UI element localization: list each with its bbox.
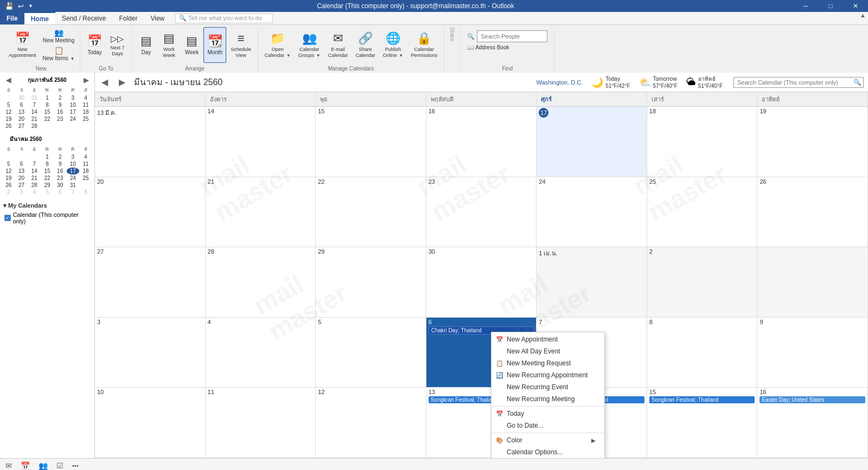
tab-view[interactable]: View bbox=[144, 12, 171, 24]
customize-qat-icon[interactable]: ▼ bbox=[27, 3, 35, 9]
cal-cell-apr4[interactable]: 4 bbox=[206, 318, 316, 388]
cal-cell-apr16[interactable]: 16 Easter Day; United States bbox=[757, 388, 868, 458]
cal-day-num-apr2: 2 bbox=[649, 248, 755, 255]
mini-cal-prev-button[interactable]: ◀ bbox=[4, 76, 12, 84]
cal-cell-apr11[interactable]: 11 bbox=[206, 388, 316, 458]
cal-nav-next[interactable]: ▶ bbox=[117, 77, 127, 87]
mini-cal-next-button[interactable]: ▶ bbox=[82, 76, 90, 84]
cal-cell-mar19[interactable]: 19 bbox=[757, 107, 868, 177]
cal-cell-mar22[interactable]: 22 bbox=[316, 177, 426, 247]
cal-cell-empty[interactable] bbox=[757, 247, 868, 317]
ctx-new-meeting-request[interactable]: 📋 New Meeting Request bbox=[492, 357, 604, 369]
open-calendar-button[interactable]: 📁 OpenCalendar ▼ bbox=[261, 27, 294, 63]
next7-button[interactable]: ▷▷ Next 7Days bbox=[106, 27, 128, 63]
ctx-today[interactable]: 📅 Today bbox=[492, 408, 604, 420]
nav-people-icon[interactable]: 👥 bbox=[35, 460, 51, 470]
new-items-button[interactable]: 📋 New Items ▼ bbox=[41, 45, 77, 62]
nav-calendar-icon[interactable]: 📅 bbox=[17, 460, 33, 470]
cal-cell-apr12[interactable]: 12 bbox=[316, 388, 426, 458]
tab-folder[interactable]: Folder bbox=[112, 12, 144, 24]
cal-cell-mar18[interactable]: 18 bbox=[647, 107, 758, 177]
calendar-item-computer-only[interactable]: ✓ Calendar (This computer only) bbox=[2, 210, 92, 226]
cal-cell-mar20[interactable]: 20 bbox=[95, 177, 206, 247]
maximize-button[interactable]: □ bbox=[818, 0, 843, 12]
cal-cell-mar14[interactable]: 14 bbox=[206, 107, 316, 177]
collapse-ribbon-button[interactable]: ▲ bbox=[858, 12, 868, 24]
cal-event-songkran-15[interactable]: Songkran Festival; Thailand bbox=[649, 396, 755, 403]
cal-day-num-apr3: 3 bbox=[97, 319, 203, 325]
cal-cell-mar24[interactable]: 24 bbox=[537, 177, 647, 247]
week-button[interactable]: ▤ Week bbox=[181, 27, 202, 63]
day-button[interactable]: ▤ Day bbox=[135, 27, 157, 63]
ribbon-group-find-items: 🔍 📖 Address Book bbox=[464, 27, 551, 66]
cal-cell-mar17[interactable]: 17 bbox=[537, 107, 647, 177]
cal-cell-mar16[interactable]: 16 bbox=[426, 107, 537, 177]
tab-file[interactable]: File bbox=[0, 12, 24, 24]
search-people-input[interactable] bbox=[477, 30, 547, 42]
publish-online-button[interactable]: 🌐 PublishOnline ▼ bbox=[380, 27, 406, 63]
ctx-color[interactable]: 🎨 Color ▶ bbox=[492, 434, 604, 446]
email-calendar-button[interactable]: ✉ E-mailCalendar bbox=[325, 27, 352, 63]
cal-cell-apr3[interactable]: 3 bbox=[95, 318, 206, 388]
address-book-icon: 📖 bbox=[467, 44, 474, 50]
close-button[interactable]: ✕ bbox=[843, 0, 868, 12]
ctx-new-appointment[interactable]: 📅 New Appointment bbox=[492, 333, 604, 345]
ctx-new-recurring-meeting[interactable]: New Recurring Meeting bbox=[492, 393, 604, 405]
cal-cell-mar15[interactable]: 15 bbox=[316, 107, 426, 177]
cal-grid: วันจันทร์ อังคาร พุธ พฤหัสบดี ศุกร์ เสาร… bbox=[95, 92, 868, 458]
cal-cell-apr8[interactable]: 8 bbox=[647, 318, 758, 388]
minimize-button[interactable]: ─ bbox=[793, 0, 818, 12]
save-icon[interactable]: 💾 bbox=[3, 2, 15, 10]
cal-cell-mar26[interactable]: 26 bbox=[757, 177, 868, 247]
cal-cell-apr9[interactable]: 9 bbox=[757, 318, 868, 388]
cal-cell-apr10[interactable]: 10 bbox=[95, 388, 206, 458]
address-book-row[interactable]: 📖 Address Book bbox=[467, 44, 547, 50]
cal-day-num-16: 16 bbox=[429, 108, 534, 114]
ctx-go-to-date[interactable]: Go to Date... bbox=[492, 420, 604, 432]
cal-cell-mar21[interactable]: 21 bbox=[206, 177, 316, 247]
new-appointment-button[interactable]: 📅 NewAppointment bbox=[5, 27, 40, 63]
calendar-permissions-button[interactable]: 🔒 CalendarPermissions bbox=[407, 27, 441, 63]
cal-nav-prev[interactable]: ◀ bbox=[99, 77, 110, 87]
ctx-new-recurring-event[interactable]: New Recurring Event bbox=[492, 381, 604, 393]
cal-cell-apr2[interactable]: 2 bbox=[647, 247, 758, 317]
cal-week-2: 20 21 22 23 24 25 bbox=[95, 177, 868, 248]
ctx-new-all-day-event[interactable]: New All Day Event bbox=[492, 345, 604, 357]
cal-cell-apr5[interactable]: 5 bbox=[316, 318, 426, 388]
undo-icon[interactable]: ↩ bbox=[16, 2, 25, 10]
cal-cell-mar30[interactable]: 30 bbox=[426, 247, 537, 317]
cal-day-num-18: 18 bbox=[649, 108, 755, 114]
cal-cell-mar27[interactable]: 27 bbox=[95, 247, 206, 317]
my-calendars-title[interactable]: ▾ My Calendars bbox=[2, 200, 92, 210]
cal-cell-apr15[interactable]: 15 Songkran Festival; Thailand bbox=[647, 388, 758, 458]
new-meeting-button[interactable]: 👥 New Meeting bbox=[41, 27, 77, 44]
cal-cell-mar13[interactable]: 13 มี.ค. bbox=[95, 107, 206, 177]
tab-send-receive[interactable]: Send / Receive bbox=[55, 12, 112, 24]
month-button[interactable]: 📆 Month bbox=[203, 27, 226, 63]
calendar-groups-button[interactable]: 👥 CalendarGroups ▼ bbox=[295, 27, 324, 63]
nav-more-icon[interactable]: ••• bbox=[70, 461, 81, 470]
ctx-calendar-options[interactable]: Calendar Options... bbox=[492, 446, 604, 458]
nav-mail-icon[interactable]: ✉ bbox=[2, 460, 15, 470]
nav-tasks-icon[interactable]: ☑ bbox=[53, 460, 67, 470]
calendar-checkbox[interactable]: ✓ bbox=[4, 215, 11, 221]
today-button[interactable]: 📅 Today bbox=[84, 27, 105, 63]
cal-cell-mar29[interactable]: 29 bbox=[316, 247, 426, 317]
cal-cell-mar28[interactable]: 28 bbox=[206, 247, 316, 317]
location-label[interactable]: Washington, D.C. bbox=[536, 79, 583, 86]
cal-cell-mar23[interactable]: 23 bbox=[426, 177, 537, 247]
tab-home[interactable]: Home bbox=[24, 12, 55, 24]
share-calendar-button[interactable]: 🔗 ShareCalendar bbox=[352, 27, 379, 63]
ctx-new-recurring-appointment[interactable]: 🔄 New Recurring Appointment bbox=[492, 369, 604, 381]
ribbon-group-goto: 📅 Today ▷▷ Next 7Days Go To bbox=[80, 27, 132, 73]
cal-day-num-apr5: 5 bbox=[318, 319, 424, 325]
work-week-button[interactable]: ▤ WorkWeek bbox=[158, 27, 180, 63]
schedule-view-button[interactable]: ≡ ScheduleView bbox=[227, 27, 254, 63]
cal-day-num-19: 19 bbox=[760, 108, 865, 114]
cal-cell-apr1[interactable]: 1 เม.น. bbox=[537, 247, 647, 317]
ctx-new-recurring-apt-icon: 🔄 bbox=[496, 372, 503, 379]
cal-search-input[interactable] bbox=[733, 77, 864, 88]
tell-me[interactable]: 🔍 Tell me what you want to do bbox=[175, 14, 273, 23]
cal-event-easter[interactable]: Easter Day; United States bbox=[760, 396, 865, 403]
cal-cell-mar25[interactable]: 25 bbox=[647, 177, 758, 247]
